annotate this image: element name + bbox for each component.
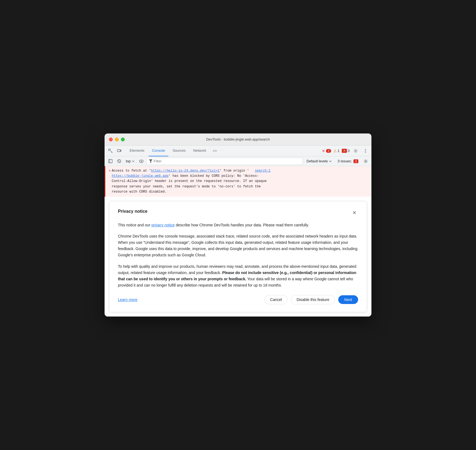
- more-options-icon[interactable]: [362, 147, 369, 155]
- error-count: 2: [326, 149, 331, 153]
- eye-icon[interactable]: [138, 158, 145, 165]
- issues-label: 3 Issues:: [338, 159, 352, 163]
- tab-more[interactable]: >>: [210, 145, 219, 156]
- svg-point-5: [365, 150, 366, 151]
- error-badge: ✕ 2: [322, 149, 331, 153]
- clear-console-icon[interactable]: [115, 158, 123, 165]
- modal-para-2: Chrome DevTools uses the console message…: [118, 233, 358, 258]
- context-value: top: [126, 159, 131, 163]
- filter-icon: [149, 159, 152, 163]
- devtools-window: DevTools - bubble-jingle.web.app/search …: [105, 133, 371, 317]
- issues-badge-toolbar: 3 Issues: 3: [335, 159, 361, 164]
- disable-feature-button[interactable]: Disable this feature: [291, 295, 335, 304]
- modal-title: Privacy notice: [118, 209, 148, 214]
- levels-dropdown[interactable]: Default levels: [304, 159, 334, 164]
- modal-para-1: This notice and our privacy notice descr…: [118, 222, 358, 228]
- title-bar: DevTools - bubble-jingle.web.app/search: [105, 133, 371, 145]
- tab-sources[interactable]: Sources: [169, 145, 189, 156]
- traffic-lights: [109, 138, 125, 141]
- modal-header: Privacy notice ✕: [118, 209, 358, 217]
- error-source-link[interactable]: search:1: [255, 169, 271, 173]
- svg-point-3: [355, 150, 356, 151]
- tab-elements[interactable]: Elements: [126, 145, 148, 156]
- modal-footer: Learn more Cancel Disable this feature N…: [118, 295, 358, 304]
- close-button[interactable]: [109, 138, 113, 141]
- tab-icons: [107, 147, 123, 155]
- error-icon: ✕: [109, 168, 111, 174]
- issues-badge-header: ✕ 3: [342, 149, 350, 153]
- svg-point-14: [365, 160, 367, 162]
- svg-marker-13: [149, 159, 152, 163]
- learn-more-link[interactable]: Learn more: [118, 297, 138, 302]
- maximize-button[interactable]: [121, 138, 125, 141]
- tab-console[interactable]: Console: [149, 145, 168, 156]
- minimize-button[interactable]: [115, 138, 119, 141]
- settings-icon[interactable]: [352, 147, 359, 155]
- devtools-tab-bar: Elements Console Sources Network >> ✕ 2 …: [105, 145, 371, 156]
- console-content: ✕ Access to fetch at 'https://hello-io-2…: [105, 166, 371, 317]
- privacy-notice-link[interactable]: privacy notice: [151, 223, 175, 227]
- next-button[interactable]: Next: [338, 295, 358, 304]
- svg-point-12: [141, 161, 142, 162]
- error-message: ✕ Access to fetch at 'https://hello-io-2…: [105, 166, 371, 197]
- close-modal-button[interactable]: ✕: [350, 209, 358, 217]
- svg-rect-2: [120, 150, 121, 151]
- issues-count: 3: [353, 159, 358, 163]
- svg-point-4: [365, 149, 366, 150]
- levels-label: Default levels: [307, 159, 328, 163]
- warn-count: 1: [338, 149, 340, 153]
- privacy-notice-modal: Privacy notice ✕ This notice and our pri…: [109, 201, 367, 312]
- devtools-actions: ✕ 2 ⚠ 1 ✕ 3: [322, 147, 369, 155]
- console-toolbar: top Default levels 3 Issues: 3: [105, 156, 371, 166]
- inspect-element-icon[interactable]: [107, 147, 114, 155]
- modal-body: This notice and our privacy notice descr…: [118, 222, 358, 288]
- error-link-1[interactable]: https://hello-io-24.deno.dev/?lvl=1: [151, 169, 219, 173]
- error-link-2[interactable]: https://bubble-jingle.web.app: [112, 174, 169, 178]
- console-settings-icon[interactable]: [362, 158, 369, 165]
- issues-count-header: 3: [348, 149, 350, 153]
- tab-network[interactable]: Network: [190, 145, 210, 156]
- filter-container: [147, 158, 303, 165]
- svg-point-6: [365, 152, 366, 153]
- modal-para-3: To help with quality and improve our pro…: [118, 263, 358, 288]
- context-selector[interactable]: top: [124, 159, 136, 164]
- svg-rect-0: [109, 149, 110, 151]
- filter-input[interactable]: [154, 159, 300, 163]
- svg-rect-7: [109, 159, 112, 163]
- device-toolbar-icon[interactable]: [115, 147, 123, 155]
- sidebar-toggle-icon[interactable]: [107, 158, 114, 165]
- warning-badge: ⚠ 1: [333, 149, 340, 153]
- svg-rect-1: [117, 150, 120, 152]
- cancel-button[interactable]: Cancel: [264, 295, 288, 304]
- window-title: DevTools - bubble-jingle.web.app/search: [206, 137, 270, 141]
- svg-line-10: [118, 160, 120, 162]
